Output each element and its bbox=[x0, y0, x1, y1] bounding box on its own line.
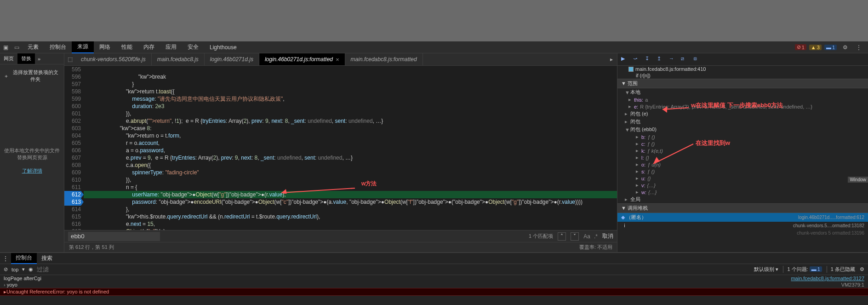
file-tab-strip: ⬚ chunk-vendors.5620f0fe.js main.fcedabc… bbox=[64, 53, 617, 66]
file-tab-3[interactable]: login.46b0271d.js:formatted× bbox=[259, 53, 345, 65]
gear-icon[interactable]: ⚙ bbox=[839, 42, 851, 53]
step-into-icon[interactable]: ↧ bbox=[645, 56, 652, 63]
file-tab-0[interactable]: chunk-vendors.5620f0fe.js bbox=[75, 53, 152, 65]
resume-icon[interactable]: ▶ bbox=[621, 56, 628, 63]
tab-network[interactable]: 网络 bbox=[94, 41, 116, 53]
scope-var[interactable]: ▸v: {…} bbox=[617, 182, 868, 189]
editor-search-bar: 1 个匹配项 ˄ ˅ Aa.* 取消 bbox=[64, 230, 617, 242]
search-next-icon[interactable]: ˅ bbox=[571, 232, 579, 241]
nav-tab-page[interactable]: 网页 bbox=[0, 53, 17, 64]
scope-var[interactable]: ▸l: {} bbox=[617, 154, 868, 161]
code-editor[interactable]: 5955965975985996006016026036046056066076… bbox=[64, 66, 617, 230]
checkbox-icon[interactable] bbox=[628, 67, 634, 72]
file-pager-icon[interactable]: ⬚ bbox=[64, 53, 75, 65]
console-gear-icon[interactable]: ⚙ bbox=[860, 266, 864, 272]
step-icon[interactable]: → bbox=[669, 56, 676, 63]
scope-var[interactable]: ▸b: ƒ () bbox=[617, 133, 868, 140]
step-over-icon[interactable]: ⤻ bbox=[633, 56, 640, 63]
scope-closure-e[interactable]: ▸闭包 (e) bbox=[617, 110, 868, 118]
tab-elements[interactable]: 元素 bbox=[22, 41, 44, 53]
kebab-icon[interactable]: ⋮ bbox=[853, 42, 864, 53]
error-badge[interactable]: ⊘1 bbox=[795, 44, 806, 50]
main-tab-strip: ▣ ▭ 元素 控制台 来源 网络 性能 内存 应用 安全 Lighthouse … bbox=[0, 41, 868, 53]
tab-lighthouse[interactable]: Lighthouse bbox=[204, 41, 242, 53]
drawer-tab-console[interactable]: 控制台 bbox=[11, 253, 37, 264]
eye-icon[interactable]: ◉ bbox=[29, 266, 33, 272]
search-case-icon[interactable]: Aa bbox=[583, 233, 590, 240]
step-out-icon[interactable]: ↥ bbox=[657, 56, 664, 63]
callstack-row-0[interactable]: ◆ （匿名）login.46b0271d.....formatted:612 bbox=[617, 213, 868, 222]
callstack-section[interactable]: ▼ 调用堆栈 bbox=[617, 203, 868, 213]
warn-badge[interactable]: ▲3 bbox=[809, 45, 822, 50]
console-output[interactable]: logPage afterCgimain.fcedabc8.js:formatt… bbox=[0, 275, 868, 305]
debugger-panel: ▶ ⤻ ↧ ↥ → ⧄ ⦻ main.fcedabc8.js:formatted… bbox=[617, 53, 868, 252]
breakpoint-entry[interactable]: main.fcedabc8.js:formatted:410 bbox=[617, 66, 868, 72]
nav-tab-overrides[interactable]: 替换 bbox=[17, 53, 35, 64]
coverage-label: 覆盖率: 不适用 bbox=[579, 244, 612, 251]
scope-var[interactable]: ▸u: {} bbox=[617, 175, 868, 182]
scope-closure-ebb0[interactable]: ▼闭包 (ebb0) bbox=[617, 126, 868, 133]
scope-this[interactable]: ▸this: a bbox=[617, 96, 868, 103]
cursor-position: 第 612 行，第 51 列 bbox=[69, 244, 114, 251]
console-kebab-icon[interactable]: ⋮ bbox=[0, 255, 11, 262]
overrides-hint: 使用本地文件夹中的文件替换网页资源 bbox=[4, 147, 60, 161]
add-folder-button[interactable]: ＋ 选择放置替换项的文件夹 bbox=[4, 69, 60, 83]
editor-status-bar: 第 612 行，第 51 列 覆盖率: 不适用 bbox=[64, 242, 617, 252]
file-tab-2[interactable]: login.46b0271d.js bbox=[205, 53, 259, 65]
console-filter-input[interactable] bbox=[37, 266, 750, 273]
scope-section[interactable]: ▼ 范围 bbox=[617, 79, 868, 88]
context-selector[interactable]: top bbox=[11, 267, 18, 272]
scope-var[interactable]: ▸w: {…} bbox=[617, 189, 868, 196]
close-icon[interactable]: × bbox=[336, 56, 339, 63]
search-prev-icon[interactable]: ˄ bbox=[558, 232, 566, 241]
scope-var[interactable]: ▸o: ƒ u(n) bbox=[617, 161, 868, 168]
navigator-panel: 网页 替换 » ＋ 选择放置替换项的文件夹 使用本地文件夹中的文件替换网页资源 … bbox=[0, 53, 64, 252]
scope-closure[interactable]: ▸闭包 bbox=[617, 118, 868, 126]
console-line[interactable]: logPage afterCgimain.fcedabc8.js:formatt… bbox=[0, 275, 868, 282]
scope-e[interactable]: ▸e: R {tryEntries: Array(2), prev: 9, ne… bbox=[617, 103, 868, 110]
search-input[interactable] bbox=[68, 232, 160, 241]
callstack-row-2[interactable]: chunk-vendors 5 ormatted:13196 bbox=[617, 229, 868, 236]
search-cancel-button[interactable]: 取消 bbox=[602, 232, 613, 240]
file-tab-4[interactable]: main.fcedabc8.js:formatted bbox=[345, 53, 423, 65]
drawer-tab-search[interactable]: 搜索 bbox=[37, 253, 57, 264]
console-line[interactable]: › yoyoVM2379:1 bbox=[0, 282, 868, 288]
device-icon[interactable]: ▭ bbox=[11, 42, 22, 53]
tab-security[interactable]: 安全 bbox=[182, 41, 204, 53]
pause-exceptions-icon[interactable]: ⦻ bbox=[693, 56, 700, 63]
callstack-row-1[interactable]: ichunk-vendors.5....ormatted:13182 bbox=[617, 222, 868, 229]
tab-console[interactable]: 控制台 bbox=[44, 41, 72, 53]
inspect-icon[interactable]: ▣ bbox=[0, 42, 11, 53]
scope-global[interactable]: ▸全局 bbox=[617, 196, 868, 203]
scope-var[interactable]: ▸k: ƒ k(e,t) bbox=[617, 147, 868, 154]
search-matches: 1 个匹配项 bbox=[529, 233, 553, 240]
scope-local[interactable]: ▼本地 bbox=[617, 88, 868, 96]
log-level-selector[interactable]: 默认级别 ▾ bbox=[754, 266, 778, 273]
tab-performance[interactable]: 性能 bbox=[116, 41, 138, 53]
file-tab-1[interactable]: main.fcedabc8.js bbox=[152, 53, 205, 65]
tab-sources[interactable]: 来源 bbox=[72, 41, 94, 53]
window-label: Window bbox=[848, 177, 868, 183]
info-badge[interactable]: ▬1 bbox=[824, 45, 837, 50]
learn-more-link[interactable]: 了解详情 bbox=[4, 167, 60, 174]
tab-memory[interactable]: 内存 bbox=[138, 41, 160, 53]
search-regex-icon[interactable]: .* bbox=[594, 233, 598, 240]
console-error-line[interactable]: ▸Uncaught ReferenceError: yoyo is not de… bbox=[0, 288, 868, 296]
scope-var[interactable]: ▸c: ƒ () bbox=[617, 140, 868, 147]
scope-var[interactable]: ▸s: ƒ () bbox=[617, 168, 868, 175]
issues-label[interactable]: 1 个问题: ▬1 bbox=[783, 266, 822, 273]
breakpoint-cond: if (r[n]) bbox=[617, 72, 868, 79]
deactivate-bp-icon[interactable]: ⧄ bbox=[681, 56, 688, 63]
hidden-label: 1 条已隐藏 bbox=[827, 266, 855, 273]
tab-application[interactable]: 应用 bbox=[160, 41, 182, 53]
nav-tab-more[interactable]: » bbox=[35, 53, 43, 64]
file-menu-icon[interactable]: ▸ bbox=[606, 53, 617, 65]
clear-console-icon[interactable]: ⊘ bbox=[4, 266, 8, 272]
